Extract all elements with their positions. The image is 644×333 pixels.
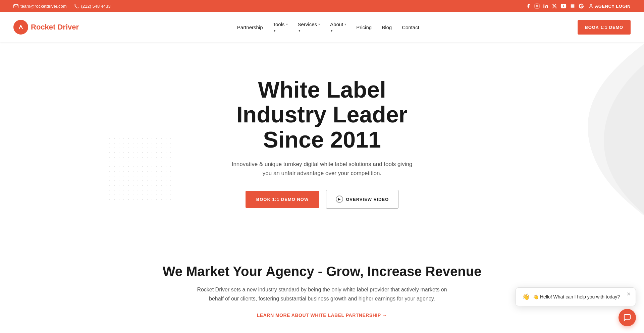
book-demo-nav-button[interactable]: BOOK 1:1 DEMO [578, 20, 631, 35]
nav-item-pricing[interactable]: Pricing [356, 24, 372, 30]
nav-item-partnership[interactable]: Partnership [237, 24, 263, 30]
email-contact[interactable]: team@rocketdriver.com [13, 4, 66, 9]
hero-overview-video-button[interactable]: ▶ OVERVIEW VIDEO [326, 190, 398, 209]
hero-dots-decoration [107, 136, 174, 203]
nav-item-about[interactable]: About ▾ [330, 21, 346, 33]
navbar: Rocket Driver Partnership Tools ▾ Servic… [0, 12, 644, 42]
svg-point-7 [20, 25, 22, 27]
hero-book-demo-button[interactable]: BOOK 1:1 DEMO NOW [246, 191, 319, 208]
hero-subtitle: Innovative & unique turnkey digital whit… [228, 160, 416, 178]
youtube-icon[interactable] [560, 4, 567, 8]
chat-widget: 👋 👋 Hello! What can I help you with toda… [515, 287, 636, 306]
learn-more-link[interactable]: LEARN MORE ABOUT WHITE LABEL PARTNERSHIP [257, 313, 387, 318]
logo[interactable]: Rocket Driver [13, 20, 79, 35]
email-icon [13, 4, 18, 8]
nav-links: Partnership Tools ▾ Services ▾ About ▾ P… [237, 21, 419, 33]
market-section: We Market Your Agency - Grow, Increase R… [0, 237, 644, 333]
top-bar-left: team@rocketdriver.com (212) 548 4433 [13, 4, 111, 9]
x-twitter-icon[interactable] [552, 3, 557, 9]
nav-item-contact[interactable]: Contact [402, 24, 419, 30]
svg-rect-3 [543, 5, 544, 8]
social-icons [526, 3, 584, 9]
google-icon[interactable] [579, 3, 584, 9]
market-heading: We Market Your Agency - Grow, Increase R… [13, 264, 631, 279]
logo-text: Rocket Driver [31, 23, 79, 32]
svg-rect-1 [535, 4, 539, 8]
agency-login-link[interactable]: AGENCY LOGIN [589, 4, 631, 9]
user-icon [589, 4, 593, 8]
hero-heading: White Label Industry Leader Since 2011 [236, 77, 408, 152]
phone-contact[interactable]: (212) 548 4433 [74, 4, 110, 9]
nav-item-blog[interactable]: Blog [382, 24, 392, 30]
chat-message: 👋 Hello! What can I help you with today? [533, 294, 620, 299]
chat-fab-icon [623, 314, 631, 322]
top-bar-right: AGENCY LOGIN [526, 3, 631, 9]
chat-wave-icon: 👋 [522, 293, 530, 300]
svg-rect-0 [14, 4, 18, 8]
play-icon: ▶ [336, 196, 343, 203]
stack-icon[interactable] [570, 3, 575, 9]
hero-buttons: BOOK 1:1 DEMO NOW ▶ OVERVIEW VIDEO [246, 190, 398, 209]
svg-point-4 [543, 4, 544, 5]
top-bar: team@rocketdriver.com (212) 548 4433 AGE [0, 0, 644, 12]
logo-icon [13, 20, 28, 35]
hero-bg-shape [483, 42, 644, 237]
market-body: Rocket Driver sets a new industry standa… [195, 285, 449, 303]
phone-icon [74, 4, 79, 8]
nav-item-tools[interactable]: Tools ▾ [273, 21, 288, 33]
linkedin-icon[interactable] [543, 3, 548, 9]
chat-fab-button[interactable] [619, 309, 636, 326]
chat-close-icon[interactable]: ✕ [627, 291, 631, 297]
instagram-icon[interactable] [534, 3, 540, 9]
nav-item-services[interactable]: Services ▾ [298, 21, 320, 33]
facebook-icon[interactable] [526, 3, 531, 9]
hero-section: White Label Industry Leader Since 2011 I… [0, 42, 644, 237]
svg-point-6 [17, 23, 25, 31]
svg-point-5 [590, 4, 592, 6]
